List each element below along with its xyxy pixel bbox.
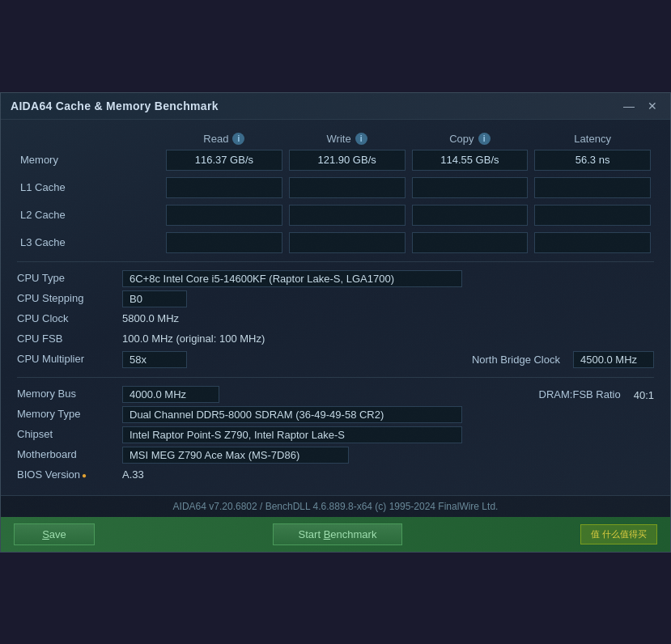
north-bridge-clock-value: 4500.0 MHz [573, 351, 654, 368]
memory-row: Memory [17, 150, 654, 171]
l1cache-row: L1 Cache [17, 177, 654, 198]
memory-copy-input[interactable] [412, 150, 529, 171]
cpu-clock-value: 5800.0 MHz [122, 311, 179, 324]
memory-copy-cell [412, 150, 529, 171]
cpu-stepping-row: CPU Stepping B0 [17, 290, 654, 308]
read-info-icon[interactable]: i [232, 133, 244, 145]
memory-write-input[interactable] [289, 150, 406, 171]
cpu-clock-row: CPU Clock 5800.0 MHz [17, 311, 654, 328]
memory-type-value: Dual Channel DDR5-8000 SDRAM (36-49-49-5… [122, 406, 462, 423]
copy-header: Copy i [409, 133, 532, 145]
l1-read-input[interactable] [166, 177, 282, 198]
memory-info-section: Memory Bus 4000.0 MHz DRAM:FSB Ratio 40:… [17, 386, 654, 485]
l1cache-label: L1 Cache [17, 181, 163, 193]
main-window: AIDA64 Cache & Memory Benchmark — ✕ Read… [0, 92, 671, 553]
column-headers: Read i Write i Copy i Latency [17, 133, 654, 145]
l3-copy-input[interactable] [412, 232, 529, 253]
memory-write-cell [289, 150, 406, 171]
watermark-text: 值 什么值得买 [591, 528, 647, 540]
l2-write-input[interactable] [289, 205, 406, 226]
watermark: 值 什么值得买 [580, 524, 657, 544]
divider-1 [17, 261, 654, 262]
l2-latency-input[interactable] [534, 205, 651, 226]
start-benchmark-button[interactable]: Start Benchmark [273, 523, 402, 545]
bios-label: BIOS Version● [17, 467, 122, 481]
read-header: Read i [163, 133, 286, 145]
write-header: Write i [286, 133, 409, 145]
memory-bus-left: 4000.0 MHz [122, 386, 539, 403]
multiplier-left: 58x [122, 351, 472, 368]
motherboard-label: Motherboard [17, 447, 122, 460]
north-bridge-clock-label: North Bridge Clock [472, 354, 560, 366]
bios-value: A.33 [122, 467, 144, 481]
chipset-value: Intel Raptor Point-S Z790, Intel Raptor … [122, 426, 462, 443]
cpu-fsb-row: CPU FSB 100.0 MHz (original: 100 MHz) [17, 331, 654, 349]
cpu-type-row: CPU Type 6C+8c Intel Core i5-14600KF (Ra… [17, 270, 654, 288]
cpu-multiplier-value: 58x [122, 351, 187, 368]
l2-copy-input[interactable] [412, 205, 529, 226]
copy-info-icon[interactable]: i [478, 133, 491, 145]
window-controls: — ✕ [620, 100, 660, 112]
multiplier-right: North Bridge Clock 4500.0 MHz [472, 351, 654, 368]
motherboard-value: MSI MEG Z790 Ace Max (MS-7D86) [122, 447, 349, 464]
l2cache-label: L2 Cache [17, 209, 163, 221]
motherboard-row: Motherboard MSI MEG Z790 Ace Max (MS-7D8… [17, 447, 654, 464]
memory-type-row: Memory Type Dual Channel DDR5-8000 SDRAM… [17, 406, 654, 424]
l2cache-row: L2 Cache [17, 205, 654, 226]
memory-type-label: Memory Type [17, 406, 122, 420]
footer-text: AIDA64 v7.20.6802 / BenchDLL 4.6.889.8-x… [173, 501, 499, 512]
l3cache-label: L3 Cache [17, 236, 163, 248]
memory-bus-value: 4000.0 MHz [122, 386, 219, 403]
minimize-button[interactable]: — [620, 100, 638, 112]
multiplier-row-content: 58x North Bridge Clock 4500.0 MHz [122, 351, 654, 368]
l1-copy-input[interactable] [412, 177, 529, 198]
l3-write-input[interactable] [289, 232, 406, 253]
memory-bus-label: Memory Bus [17, 386, 122, 400]
cpu-type-label: CPU Type [17, 270, 122, 284]
window-title: AIDA64 Cache & Memory Benchmark [11, 100, 219, 112]
close-button[interactable]: ✕ [644, 100, 660, 112]
l2-read-input[interactable] [166, 205, 282, 226]
memory-bus-right: DRAM:FSB Ratio 40:1 [539, 388, 654, 401]
memory-label: Memory [17, 154, 163, 166]
l3-latency-input[interactable] [534, 232, 651, 253]
cpu-type-value: 6C+8c Intel Core i5-14600KF (Raptor Lake… [122, 270, 462, 287]
cpu-stepping-value: B0 [122, 290, 187, 307]
memory-latency-input[interactable] [534, 150, 651, 171]
bios-row: BIOS Version● A.33 [17, 467, 654, 485]
cpu-multiplier-row: CPU Multiplier 58x North Bridge Clock 45… [17, 351, 654, 369]
memory-latency-cell [534, 150, 651, 171]
memory-bus-row-content: 4000.0 MHz DRAM:FSB Ratio 40:1 [122, 386, 654, 403]
button-bar: Save Start Benchmark 值 什么值得买 [1, 517, 670, 552]
l1-latency-input[interactable] [534, 177, 651, 198]
memory-read-input[interactable] [166, 150, 282, 171]
cpu-fsb-value: 100.0 MHz (original: 100 MHz) [122, 331, 265, 345]
main-content: Read i Write i Copy i Latency Memory [1, 120, 670, 495]
cpu-info-section: CPU Type 6C+8c Intel Core i5-14600KF (Ra… [17, 270, 654, 369]
dram-fsb-value: 40:1 [634, 388, 654, 401]
cpu-stepping-label: CPU Stepping [17, 290, 122, 304]
footer-bar: AIDA64 v7.20.6802 / BenchDLL 4.6.889.8-x… [1, 495, 670, 517]
l3-read-input[interactable] [166, 232, 282, 253]
chipset-label: Chipset [17, 426, 122, 440]
cpu-clock-label: CPU Clock [17, 311, 122, 324]
l3cache-row: L3 Cache [17, 232, 654, 253]
cpu-multiplier-label: CPU Multiplier [17, 351, 122, 365]
divider-2 [17, 377, 654, 378]
save-button[interactable]: Save [14, 523, 95, 545]
l1-write-input[interactable] [289, 177, 406, 198]
cpu-fsb-label: CPU FSB [17, 331, 122, 345]
write-info-icon[interactable]: i [355, 133, 367, 145]
dram-fsb-label: DRAM:FSB Ratio [539, 388, 621, 400]
memory-bus-row: Memory Bus 4000.0 MHz DRAM:FSB Ratio 40:… [17, 386, 654, 404]
save-label: ave [49, 528, 66, 540]
chipset-row: Chipset Intel Raptor Point-S Z790, Intel… [17, 426, 654, 444]
latency-header: Latency [531, 133, 654, 145]
memory-read-cell [166, 150, 282, 171]
titlebar: AIDA64 Cache & Memory Benchmark — ✕ [1, 93, 670, 120]
